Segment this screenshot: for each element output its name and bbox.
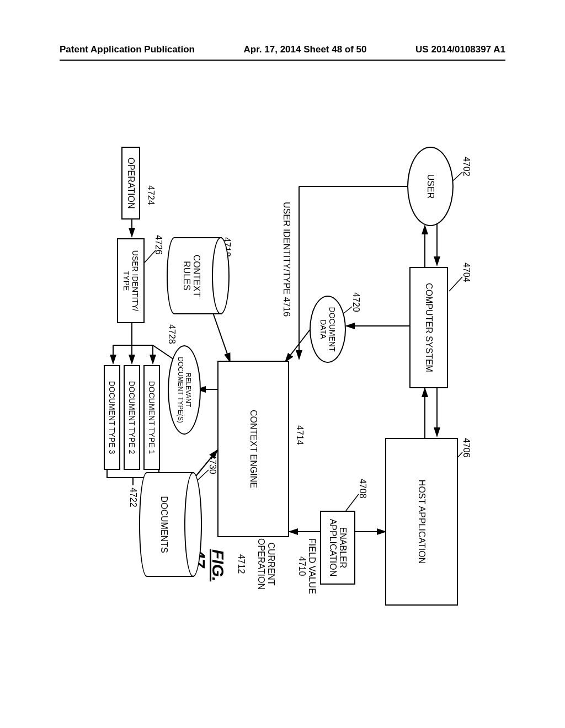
host-application-node: HOST APPLICATION xyxy=(385,438,458,606)
operation-label: OPERATION xyxy=(126,157,136,208)
relevant-doc-types-node: RELEVANT DOCUMENT TYPE(S) xyxy=(168,345,201,435)
doc-types-ref: 4722 xyxy=(128,488,138,507)
relevant-doc-types-ref: 4728 xyxy=(167,324,177,344)
doc-type-1-label: DOCUMENT TYPE 1 xyxy=(147,381,156,454)
user-node: USER xyxy=(407,147,454,226)
relevant-doc-types-label: RELEVANT DOCUMENT TYPE(S) xyxy=(177,357,192,423)
user-identity-type-small-ref: 4726 xyxy=(153,235,163,255)
document-data-node: DOCUMENT DATA xyxy=(310,296,346,363)
doc-type-3-label: DOCUMENT TYPE 3 xyxy=(108,381,116,454)
doc-type-2-label: DOCUMENT TYPE 2 xyxy=(127,381,136,454)
doc-type-3-node: DOCUMENT TYPE 3 xyxy=(104,365,120,470)
user-identity-type-small-node: USER IDENTITY/ TYPE xyxy=(117,238,145,323)
header-left: Patent Application Publication xyxy=(60,44,195,55)
user-identity-type-label: USER IDENTITY/TYPE 4716 xyxy=(281,202,291,317)
document-data-label: DOCUMENT DATA xyxy=(319,307,337,352)
documents-node: DOCUMENTS xyxy=(139,472,194,577)
documents-label: DOCUMENTS xyxy=(159,496,169,553)
svg-line-21 xyxy=(449,277,462,291)
header-center: Apr. 17, 2014 Sheet 48 of 50 xyxy=(244,44,367,55)
host-application-label: HOST APPLICATION xyxy=(417,480,427,564)
computer-system-node: COMPUTER SYSTEM xyxy=(409,267,448,388)
context-engine-label: CONTEXT ENGINE xyxy=(248,410,258,488)
computer-system-ref: 4704 xyxy=(461,263,471,282)
svg-line-10 xyxy=(211,307,230,362)
enabler-application-ref: 4708 xyxy=(358,479,367,499)
user-label: USER xyxy=(425,174,435,199)
context-rules-node: CONTEXT RULES xyxy=(167,237,222,314)
context-rules-label: CONTEXT RULES xyxy=(182,255,201,297)
field-value-label: FIELD VALUE 4710 xyxy=(297,538,317,594)
doc-type-2-node: DOCUMENT TYPE 2 xyxy=(124,365,140,470)
host-application-ref: 4706 xyxy=(461,438,471,458)
user-ref: 4702 xyxy=(461,157,471,176)
enabler-application-node: ENABLER APPLICATION xyxy=(320,511,355,585)
header-right: US 2014/0108397 A1 xyxy=(415,44,505,55)
operation-ref: 4724 xyxy=(146,185,156,205)
page-header: Patent Application Publication Apr. 17, … xyxy=(60,44,505,55)
context-engine-ref: 4714 xyxy=(295,425,305,445)
figure-47-diagram: USER 4702 COMPUTER SYSTEM 4704 HOST APPL… xyxy=(1,152,564,598)
svg-line-23 xyxy=(346,494,359,511)
doc-type-1-node: DOCUMENT TYPE 1 xyxy=(143,365,160,470)
enabler-application-label: ENABLER APPLICATION xyxy=(328,519,348,577)
header-rule xyxy=(60,60,505,61)
operation-node: OPERATION xyxy=(121,147,140,220)
current-operation-label: CURRENT OPERATION 4712 xyxy=(236,538,286,590)
svg-line-19 xyxy=(153,345,173,359)
user-identity-type-small-label: USER IDENTITY/ TYPE xyxy=(122,250,140,311)
document-data-ref: 4720 xyxy=(351,292,361,312)
computer-system-label: COMPUTER SYSTEM xyxy=(424,283,434,372)
context-engine-node: CONTEXT ENGINE xyxy=(217,361,289,537)
documents-ref: 4730 xyxy=(207,454,217,474)
